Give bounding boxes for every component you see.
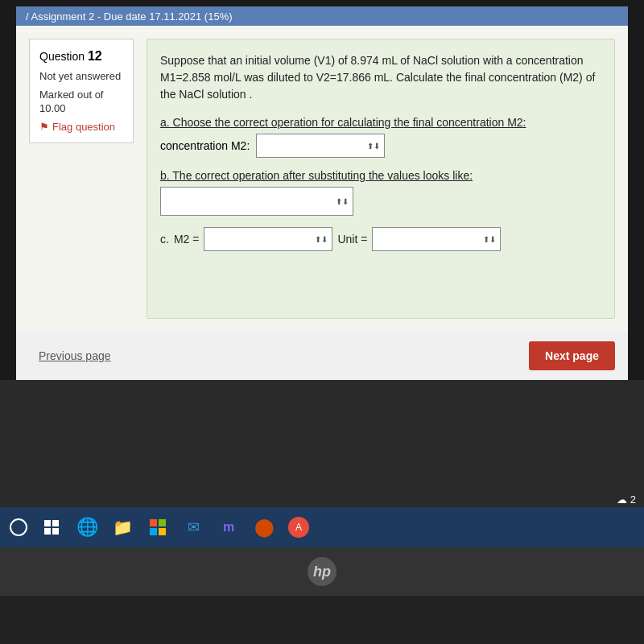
sub-question-c: c. M2 = Unit = xyxy=(160,227,601,251)
question-panel: Suppose that an initial volume (V1) of 8… xyxy=(147,39,615,319)
sub-question-a: a. Choose the correct operation for calc… xyxy=(160,116,601,158)
sub-a-row: concentration M2: xyxy=(160,134,601,158)
cloud-indicator: ☁ 2 xyxy=(617,493,636,506)
taskbar-folder-icon[interactable]: 📁 xyxy=(111,516,134,539)
question-number: 12 xyxy=(88,49,102,63)
taskbar-office-icon[interactable]: ⬤ xyxy=(253,516,275,539)
flag-label: Flag question xyxy=(52,121,115,133)
svg-rect-7 xyxy=(159,528,166,535)
sub-a-select-wrapper xyxy=(256,134,385,158)
laptop-base xyxy=(0,596,644,644)
svg-rect-4 xyxy=(150,519,157,526)
taskbar-edge-icon[interactable]: 🌐 xyxy=(76,516,98,539)
navigation-area: Previous page Next page xyxy=(16,332,628,380)
flag-question-button[interactable]: ⚑ Flag question xyxy=(39,121,123,133)
question-marked: Marked out of 10.00 xyxy=(39,89,123,116)
sub-c-unit-dropdown[interactable] xyxy=(372,227,501,251)
sub-c-m2-label: M2 = xyxy=(174,233,200,246)
sub-question-b: b. The correct operation after substitut… xyxy=(160,169,601,216)
sub-c-label: c. xyxy=(160,233,169,246)
svg-rect-0 xyxy=(44,520,51,526)
assignment-header: / Assignment 2 - Due date 17.11.2021 (15… xyxy=(16,6,628,26)
breadcrumb: / Assignment 2 - Due date 17.11.2021 (15… xyxy=(26,10,233,23)
sub-c-unit-select-wrapper xyxy=(372,227,501,251)
cloud-icon: ☁ xyxy=(617,493,627,506)
taskbar-teams-icon[interactable]: m xyxy=(217,516,240,539)
next-page-button[interactable]: Next page xyxy=(529,341,615,370)
laptop-body: hp xyxy=(0,547,644,596)
previous-page-button[interactable]: Previous page xyxy=(29,343,121,369)
svg-rect-3 xyxy=(52,528,59,535)
taskbar: 🌐 📁 ✉ m ⬤ A xyxy=(0,507,644,547)
taskbar-av-icon[interactable]: A xyxy=(288,517,309,538)
sub-c-row: c. M2 = Unit = xyxy=(160,227,601,251)
sub-b-select-wrapper xyxy=(160,187,353,216)
sub-c-unit-label: Unit = xyxy=(337,233,367,246)
question-status: Not yet answered xyxy=(39,70,123,84)
hp-logo: hp xyxy=(308,557,336,586)
taskbar-search-icon[interactable] xyxy=(10,518,27,536)
svg-rect-6 xyxy=(150,528,157,535)
svg-rect-1 xyxy=(52,520,59,526)
sub-a-dropdown[interactable] xyxy=(256,134,385,158)
taskbar-store-icon[interactable] xyxy=(147,516,169,539)
content-area: Question 12 Not yet answered Marked out … xyxy=(16,26,628,332)
taskbar-mail-icon[interactable]: ✉ xyxy=(182,516,204,539)
sub-c-m2-select-wrapper xyxy=(204,227,332,251)
sub-a-concentration-label: concentration M2: xyxy=(160,139,250,152)
sub-b-label: b. The correct operation after substitut… xyxy=(160,169,601,182)
question-marked-value: 10.00 xyxy=(39,102,66,114)
sub-a-label: a. Choose the correct operation for calc… xyxy=(160,116,601,129)
flag-icon: ⚑ xyxy=(39,121,49,133)
cloud-number: 2 xyxy=(630,493,636,506)
taskbar-windows-icon[interactable] xyxy=(40,516,63,539)
sub-b-dropdown[interactable] xyxy=(160,187,353,216)
question-sidebar: Question 12 Not yet answered Marked out … xyxy=(29,39,134,143)
svg-rect-2 xyxy=(44,528,51,535)
sub-c-m2-dropdown[interactable] xyxy=(204,227,332,251)
screen-outer: / Assignment 2 - Due date 17.11.2021 (15… xyxy=(0,0,644,380)
question-body: Suppose that an initial volume (V1) of 8… xyxy=(160,52,601,103)
svg-rect-5 xyxy=(159,519,166,526)
question-number-label: Question 12 xyxy=(39,49,123,64)
